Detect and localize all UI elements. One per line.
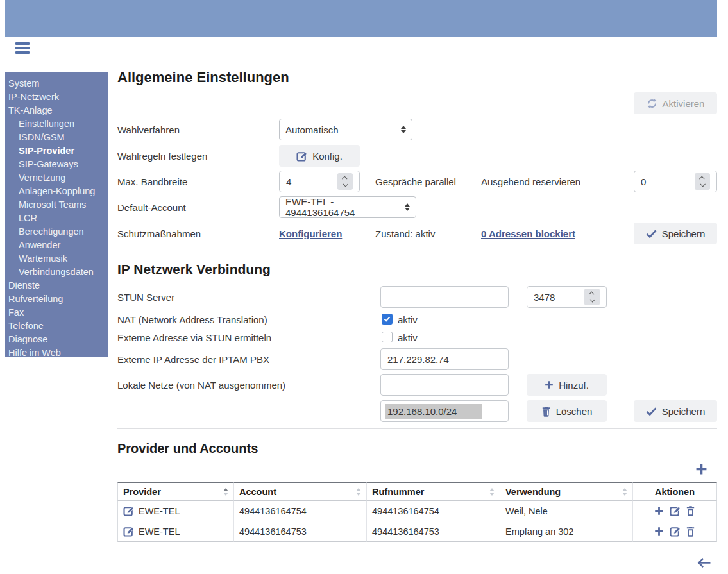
- schutz-label: Schutzmaßnahmen: [117, 223, 201, 244]
- wahlverfahren-value: Automatisch: [285, 124, 339, 135]
- column-label: Verwendung: [505, 487, 561, 497]
- nat-label: NAT (Network Address Translation): [117, 312, 267, 327]
- sidebar-item-tk-anlage[interactable]: TK-Anlage: [5, 104, 108, 117]
- local-nets-label: Lokale Netze (von NAT ausgenommen): [117, 374, 285, 396]
- stun-port-input[interactable]: 3478: [527, 286, 607, 308]
- sort-icon: [223, 488, 228, 496]
- sidebar-item-anwender[interactable]: Anwender: [5, 239, 108, 252]
- local-net-entry-input[interactable]: 192.168.10.0/24: [380, 400, 509, 422]
- hamburger-icon[interactable]: [15, 42, 30, 56]
- number-spinner-icon[interactable]: [695, 173, 710, 190]
- rufnummer-cell: 4944136164754: [367, 501, 500, 521]
- stun-server-label: STUN Server: [117, 286, 174, 308]
- external-ip-value: 217.229.82.74: [387, 354, 449, 365]
- wahlverfahren-label: Wahlverfahren: [117, 119, 180, 140]
- account-cell: 4944136164754: [234, 501, 367, 521]
- sidebar-item-diagnose[interactable]: Diagnose: [5, 333, 108, 346]
- stun-detect-label: Externe Adresse via STUN ermitteln: [117, 330, 271, 345]
- konfig-label: Konfig.: [312, 151, 343, 162]
- sort-icon: [489, 488, 495, 496]
- sidebar-item-berechtigungen[interactable]: Berechtigungen: [5, 225, 108, 239]
- sidebar-item-ip-netzwerk[interactable]: IP-Netzwerk: [5, 90, 108, 104]
- column-header-rufnummer[interactable]: Rufnummer: [367, 482, 500, 501]
- local-net-entry-value: 192.168.10.0/24: [385, 404, 482, 419]
- edit-icon[interactable]: [670, 526, 681, 537]
- provider-table: Provider Account Rufnummer Verwendung Ak…: [117, 482, 717, 542]
- sidebar-item-dienste[interactable]: Dienste: [5, 279, 108, 292]
- ausgehend-input[interactable]: 0: [634, 171, 717, 192]
- hinzuf-button[interactable]: Hinzuf.: [527, 374, 607, 396]
- column-header-provider[interactable]: Provider: [117, 482, 234, 501]
- trash-icon[interactable]: [686, 505, 695, 516]
- sidebar-item-sip-provider[interactable]: SIP-Provider: [5, 144, 108, 158]
- add-provider-plus-icon[interactable]: [695, 463, 707, 475]
- refresh-icon: [647, 98, 657, 109]
- column-header-account[interactable]: Account: [234, 482, 367, 501]
- stun-detect-aktiv-label: aktiv: [398, 330, 418, 345]
- section-divider: [117, 253, 717, 253]
- speichern-button-general[interactable]: Speichern: [634, 223, 717, 244]
- check-icon: [384, 316, 391, 322]
- edit-icon[interactable]: [123, 505, 134, 516]
- sidebar-item-rufverteilung[interactable]: Rufverteilung: [5, 292, 108, 306]
- sidebar-item-isdn-gsm[interactable]: ISDN/GSM: [5, 131, 108, 144]
- bandbreite-input[interactable]: 4: [279, 171, 360, 192]
- loeschen-button[interactable]: Löschen: [527, 400, 607, 422]
- trash-icon: [541, 406, 551, 417]
- plus-icon[interactable]: [654, 506, 664, 516]
- speichern-button-network[interactable]: Speichern: [634, 400, 717, 422]
- default-account-value: EWE-TEL - 4944136164754: [285, 196, 401, 218]
- sidebar-item-anlagen-kopplung[interactable]: Anlagen-Kopplung: [5, 185, 108, 198]
- column-label: Provider: [123, 487, 161, 497]
- sidebar-item-verbindungsdaten[interactable]: Verbindungsdaten: [5, 266, 108, 279]
- nat-checkbox[interactable]: [382, 314, 393, 325]
- stun-port-value: 3478: [534, 292, 555, 303]
- general-section-title: Allgemeine Einstellungen: [117, 69, 289, 86]
- activate-button[interactable]: Aktivieren: [634, 92, 717, 114]
- rufnummer-cell: 4944136164753: [367, 521, 500, 542]
- gespraeche-label: Gespräche parallel: [375, 171, 456, 192]
- sort-icon: [356, 488, 361, 496]
- sidebar-item-wartemusik[interactable]: Wartemusik: [5, 252, 108, 266]
- bandbreite-value: 4: [286, 176, 291, 187]
- local-nets-input[interactable]: [380, 374, 509, 396]
- edit-icon[interactable]: [670, 505, 681, 516]
- sidebar-item-sip-gateways[interactable]: SIP-Gateways: [5, 158, 108, 171]
- trash-icon[interactable]: [686, 526, 695, 537]
- plus-icon[interactable]: [654, 527, 664, 536]
- number-spinner-icon[interactable]: [584, 289, 600, 305]
- loeschen-label: Löschen: [556, 406, 593, 417]
- konfigurieren-link[interactable]: Konfigurieren: [279, 228, 342, 239]
- konfig-button[interactable]: Konfig.: [279, 145, 360, 167]
- sidebar-item-system[interactable]: System: [5, 77, 108, 90]
- edit-icon[interactable]: [123, 526, 134, 537]
- section-divider: [117, 552, 717, 552]
- sidebar-item-lcr[interactable]: LCR: [5, 212, 108, 225]
- sidebar-item-telefone[interactable]: Telefone: [5, 319, 108, 333]
- stun-server-input[interactable]: [380, 286, 509, 308]
- activate-label: Aktivieren: [663, 98, 705, 109]
- column-header-verwendung[interactable]: Verwendung: [500, 482, 633, 501]
- table-row: EWE-TEL 4944136164753 4944136164753 Empf…: [117, 521, 717, 542]
- default-account-select[interactable]: EWE-TEL - 4944136164754: [279, 196, 416, 218]
- provider-cell: EWE-TEL: [139, 527, 180, 537]
- sidebar-item-fax[interactable]: Fax: [5, 306, 108, 319]
- column-label: Aktionen: [655, 487, 695, 497]
- network-section-title: IP Netzwerk Verbindung: [117, 262, 271, 277]
- external-ip-input[interactable]: 217.229.82.74: [380, 348, 509, 370]
- default-account-label: Default-Account: [117, 196, 186, 218]
- number-spinner-icon[interactable]: [337, 173, 353, 190]
- sidebar-item-vernetzung[interactable]: Vernetzung: [5, 171, 108, 185]
- check-icon: [646, 230, 657, 238]
- select-arrows-icon: [401, 203, 410, 211]
- sidebar-item-einstellungen[interactable]: Einstellungen: [5, 117, 108, 131]
- stun-detect-checkbox[interactable]: [382, 332, 393, 342]
- arrow-left-icon[interactable]: [697, 557, 711, 569]
- wahlverfahren-select[interactable]: Automatisch: [279, 119, 412, 140]
- adressen-blockiert-link[interactable]: 0 Adressen blockiert: [481, 228, 575, 239]
- plus-icon: [545, 380, 554, 389]
- provider-cell: EWE-TEL: [139, 506, 180, 516]
- sidebar-item-hilfe-im-web[interactable]: Hilfe im Web: [5, 346, 108, 360]
- sidebar-item-microsoft-teams[interactable]: Microsoft Teams: [5, 198, 108, 212]
- providers-section-title: Provider und Accounts: [117, 441, 258, 456]
